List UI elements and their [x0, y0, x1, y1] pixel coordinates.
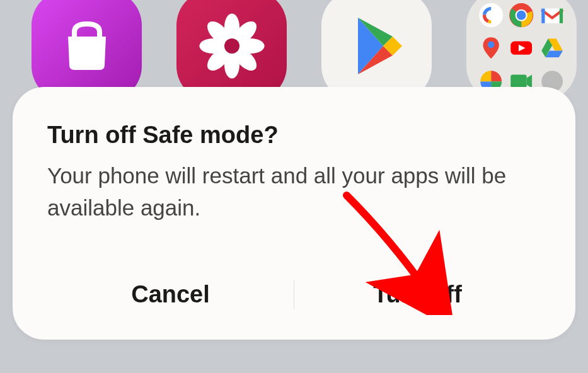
- play-store-app-icon[interactable]: [321, 0, 432, 101]
- safe-mode-dialog: Turn off Safe mode? Your phone will rest…: [13, 87, 575, 340]
- svg-rect-15: [541, 9, 545, 23]
- gallery-app-icon[interactable]: [176, 0, 287, 101]
- svg-rect-19: [511, 74, 527, 88]
- dialog-title: Turn off Safe mode?: [47, 122, 541, 149]
- svg-rect-16: [559, 9, 562, 23]
- youtube-mini-icon: [508, 35, 534, 64]
- google-mini-icon: [478, 2, 504, 31]
- cancel-button[interactable]: Cancel: [47, 272, 294, 318]
- play-store-icon: [345, 11, 408, 81]
- drive-mini-icon: [539, 35, 565, 64]
- svg-point-8: [224, 38, 239, 54]
- svg-point-17: [488, 42, 495, 49]
- svg-point-9: [479, 3, 503, 27]
- maps-mini-icon: [478, 35, 504, 64]
- shopping-bag-icon: [55, 14, 118, 77]
- flower-icon: [194, 8, 270, 84]
- google-apps-folder[interactable]: [466, 0, 577, 101]
- gmail-mini-icon: [539, 2, 565, 31]
- chrome-mini-icon: [508, 2, 534, 31]
- galaxy-store-app-icon[interactable]: [32, 0, 142, 101]
- dialog-button-row: Cancel Turn off: [47, 272, 541, 318]
- turn-off-button[interactable]: Turn off: [294, 272, 541, 318]
- home-screen-app-row: [0, 0, 588, 101]
- dialog-message: Your phone will restart and all your app…: [47, 160, 541, 224]
